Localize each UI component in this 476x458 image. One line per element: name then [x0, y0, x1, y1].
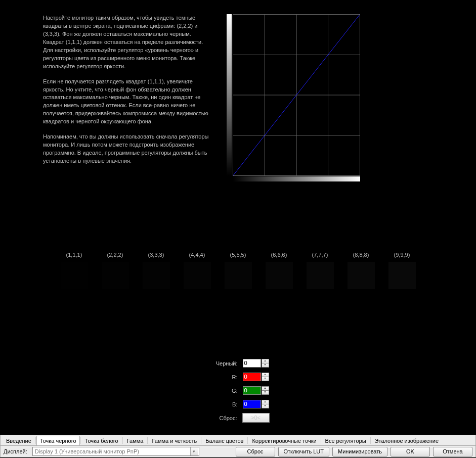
g-label: G:: [207, 388, 243, 394]
swatch-item: (9,9,9): [388, 252, 416, 289]
tab[interactable]: Все регуляторы: [322, 436, 370, 445]
swatch-label: (7,7,7): [307, 252, 334, 258]
black-label: Черный:: [207, 360, 243, 367]
swatch-box: [61, 262, 88, 289]
chart-plot-area: [233, 14, 360, 176]
black-point-controls: Черный: 0 ▲ ▼ R: 0 ▲ ▼ G: 0 ▲ ▼ B: 0: [0, 358, 476, 426]
swatch-label: (8,8,8): [348, 252, 375, 258]
swatch-item: (5,5,5): [225, 252, 252, 289]
g-input[interactable]: 0: [243, 386, 261, 395]
tab-bar: ВведениеТочка черногоТочка белогоГаммаГа…: [0, 435, 476, 446]
tab[interactable]: Гамма и четкость: [148, 436, 200, 445]
tab-separator: [147, 437, 148, 444]
r-label: R:: [207, 374, 243, 380]
b-input[interactable]: 0: [243, 400, 261, 408]
swatch-box: [388, 262, 416, 289]
swatch-box: [307, 262, 334, 289]
g-spinner[interactable]: ▲ ▼: [262, 386, 269, 395]
bottom-bars: ВведениеТочка черногоТочка белогоГаммаГа…: [0, 435, 476, 457]
swatch-item: (2,2,2): [102, 252, 129, 289]
swatch-item: (3,3,3): [143, 252, 170, 289]
display-select[interactable]: Display 1 (Универсальный монитор PnP): [32, 447, 199, 456]
black-input[interactable]: 0: [243, 359, 261, 368]
r-spinner[interactable]: ▲ ▼: [262, 373, 269, 381]
tab-separator: [370, 437, 371, 444]
tab[interactable]: Гамма: [123, 436, 147, 445]
swatch-box: [348, 262, 375, 289]
black-level-swatches: (1,1,1)(2,2,2)(3,3,3)(4,4,4)(5,5,5)(6,6,…: [0, 252, 476, 289]
instructions-block: Настройте монитор таким образом, чтобы у…: [43, 14, 212, 172]
tab-separator: [201, 437, 201, 444]
swatch-label: (6,6,6): [266, 252, 293, 258]
cancel-button[interactable]: Отмена: [433, 447, 472, 456]
swatch-box: [266, 262, 293, 289]
tab-separator: [321, 437, 321, 444]
b-label: B:: [207, 401, 243, 407]
minimize-button[interactable]: Минимизировать: [332, 447, 387, 456]
tab[interactable]: Точка белого: [81, 436, 122, 445]
spinner-up-icon[interactable]: ▲: [262, 359, 269, 363]
tab[interactable]: Точка черного: [36, 436, 80, 445]
instructions-p3: Напоминаем, что вы должны использовать с…: [43, 133, 212, 165]
reset-button[interactable]: >0<: [242, 413, 270, 423]
swatch-label: (5,5,5): [225, 252, 252, 258]
swatch-label: (4,4,4): [184, 252, 211, 258]
tab-separator: [80, 437, 81, 444]
tab[interactable]: Корректировочные точки: [248, 436, 320, 445]
b-spinner[interactable]: ▲ ▼: [262, 400, 269, 408]
tab[interactable]: Введение: [3, 436, 35, 445]
swatch-item: (1,1,1): [61, 252, 88, 289]
spinner-up-icon[interactable]: ▲: [262, 386, 269, 390]
chart-x-gradient: [233, 176, 360, 181]
swatch-label: (9,9,9): [388, 252, 416, 258]
display-label: Дисплей:: [4, 448, 27, 454]
spinner-up-icon[interactable]: ▲: [262, 400, 269, 404]
swatch-label: (2,2,2): [102, 252, 129, 258]
swatch-item: (8,8,8): [348, 252, 375, 289]
tab-separator: [247, 437, 248, 444]
main-area: Настройте монитор таким образом, чтобы у…: [0, 0, 476, 435]
swatch-label: (1,1,1): [61, 252, 88, 258]
swatch-label: (3,3,3): [143, 252, 170, 258]
instructions-p1: Настройте монитор таким образом, чтобы у…: [43, 14, 212, 71]
tab-separator: [122, 437, 123, 444]
ok-button[interactable]: OK: [391, 447, 430, 456]
reset-label: Сброс:: [207, 415, 242, 421]
tone-curve-chart: [227, 14, 361, 186]
tab[interactable]: Эталонное изображение: [371, 436, 443, 445]
chart-y-gradient: [227, 14, 232, 176]
swatch-box: [184, 262, 211, 289]
spinner-up-icon[interactable]: ▲: [262, 373, 269, 377]
black-spinner[interactable]: ▲ ▼: [262, 359, 269, 368]
swatch-box: [102, 262, 129, 289]
instructions-p2: Если не получается разглядеть квадрат (1…: [43, 78, 212, 126]
tab[interactable]: Баланс цветов: [202, 436, 247, 445]
swatch-box: [225, 262, 252, 289]
display-select-value: Display 1 (Универсальный монитор PnP): [35, 448, 139, 454]
disable-lut-button[interactable]: Отключить LUT: [278, 447, 329, 456]
swatch-item: (6,6,6): [266, 252, 293, 289]
reset-all-button[interactable]: Сброс: [236, 447, 275, 456]
footer-bar: Дисплей: Display 1 (Универсальный монито…: [0, 446, 476, 457]
spinner-down-icon[interactable]: ▼: [262, 377, 269, 381]
spinner-down-icon[interactable]: ▼: [262, 404, 269, 408]
swatch-box: [143, 262, 170, 289]
r-input[interactable]: 0: [243, 373, 261, 381]
tab-separator: [35, 437, 36, 444]
spinner-down-icon[interactable]: ▼: [262, 390, 269, 395]
swatch-item: (7,7,7): [307, 252, 334, 289]
swatch-item: (4,4,4): [184, 252, 211, 289]
spinner-down-icon[interactable]: ▼: [262, 363, 269, 368]
